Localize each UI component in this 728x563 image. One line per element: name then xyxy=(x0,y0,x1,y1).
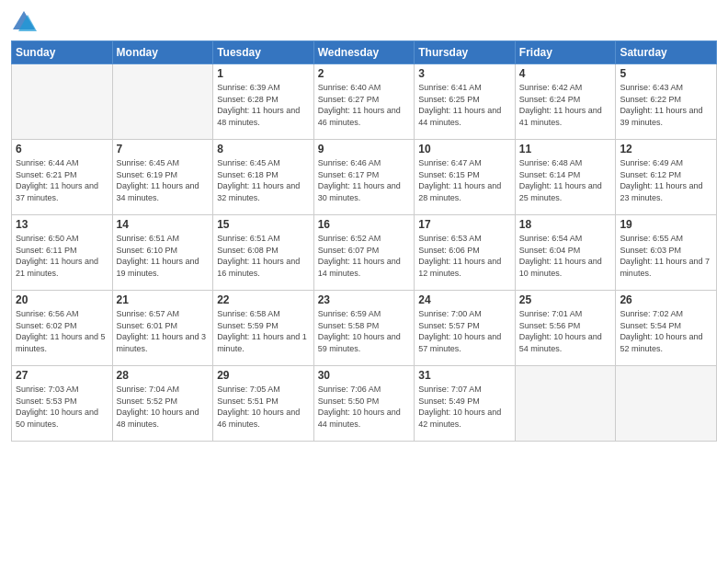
day-number: 23 xyxy=(318,293,411,306)
calendar-cell: 8Sunrise: 6:45 AM Sunset: 6:18 PM Daylig… xyxy=(213,140,314,215)
day-number: 19 xyxy=(620,218,712,231)
day-number: 5 xyxy=(620,67,712,80)
logo-icon xyxy=(11,9,37,35)
calendar-header-saturday: Saturday xyxy=(616,41,717,64)
day-info: Sunrise: 6:54 AM Sunset: 6:04 PM Dayligh… xyxy=(519,233,612,279)
calendar-cell: 9Sunrise: 6:46 AM Sunset: 6:17 PM Daylig… xyxy=(313,140,415,215)
day-number: 22 xyxy=(217,293,310,306)
day-info: Sunrise: 6:49 AM Sunset: 6:12 PM Dayligh… xyxy=(620,157,712,203)
day-number: 20 xyxy=(16,293,108,306)
day-info: Sunrise: 6:50 AM Sunset: 6:11 PM Dayligh… xyxy=(16,233,108,279)
calendar-cell: 15Sunrise: 6:51 AM Sunset: 6:08 PM Dayli… xyxy=(213,215,314,291)
calendar-cell: 21Sunrise: 6:57 AM Sunset: 6:01 PM Dayli… xyxy=(112,291,213,366)
calendar-cell: 7Sunrise: 6:45 AM Sunset: 6:19 PM Daylig… xyxy=(112,140,213,215)
day-info: Sunrise: 6:45 AM Sunset: 6:19 PM Dayligh… xyxy=(117,157,210,203)
calendar-cell: 2Sunrise: 6:40 AM Sunset: 6:27 PM Daylig… xyxy=(313,64,415,140)
calendar-cell xyxy=(12,64,113,140)
day-number: 13 xyxy=(16,218,108,231)
day-number: 30 xyxy=(318,369,411,382)
calendar-cell: 14Sunrise: 6:51 AM Sunset: 6:10 PM Dayli… xyxy=(112,215,213,291)
calendar-header-sunday: Sunday xyxy=(12,41,113,64)
day-info: Sunrise: 6:51 AM Sunset: 6:08 PM Dayligh… xyxy=(217,233,310,279)
calendar-cell: 24Sunrise: 7:00 AM Sunset: 5:57 PM Dayli… xyxy=(415,291,516,366)
day-info: Sunrise: 6:47 AM Sunset: 6:15 PM Dayligh… xyxy=(418,157,511,203)
calendar-cell: 10Sunrise: 6:47 AM Sunset: 6:15 PM Dayli… xyxy=(415,140,516,215)
day-number: 7 xyxy=(117,143,210,155)
day-info: Sunrise: 6:59 AM Sunset: 5:58 PM Dayligh… xyxy=(318,308,411,354)
day-number: 12 xyxy=(620,143,712,155)
calendar-cell: 18Sunrise: 6:54 AM Sunset: 6:04 PM Dayli… xyxy=(515,215,616,291)
day-number: 3 xyxy=(418,67,511,80)
day-info: Sunrise: 6:45 AM Sunset: 6:18 PM Dayligh… xyxy=(217,157,310,203)
calendar-cell: 28Sunrise: 7:04 AM Sunset: 5:52 PM Dayli… xyxy=(112,366,213,442)
day-number: 24 xyxy=(418,293,511,306)
calendar-cell xyxy=(112,64,213,140)
page-container: SundayMondayTuesdayWednesdayThursdayFrid… xyxy=(0,0,728,563)
calendar-cell xyxy=(616,366,717,442)
day-number: 9 xyxy=(318,143,411,155)
calendar-cell: 23Sunrise: 6:59 AM Sunset: 5:58 PM Dayli… xyxy=(313,291,415,366)
calendar-cell: 26Sunrise: 7:02 AM Sunset: 5:54 PM Dayli… xyxy=(616,291,717,366)
calendar-week-1: 1Sunrise: 6:39 AM Sunset: 6:28 PM Daylig… xyxy=(12,64,717,140)
calendar-cell: 16Sunrise: 6:52 AM Sunset: 6:07 PM Dayli… xyxy=(313,215,415,291)
calendar-table: SundayMondayTuesdayWednesdayThursdayFrid… xyxy=(11,40,717,442)
header xyxy=(11,9,717,35)
day-number: 29 xyxy=(217,369,310,382)
day-number: 2 xyxy=(318,67,411,80)
day-info: Sunrise: 7:02 AM Sunset: 5:54 PM Dayligh… xyxy=(620,308,712,354)
day-number: 25 xyxy=(519,293,612,306)
calendar-header-monday: Monday xyxy=(112,41,213,64)
calendar-cell: 5Sunrise: 6:43 AM Sunset: 6:22 PM Daylig… xyxy=(616,64,717,140)
day-number: 11 xyxy=(519,143,612,155)
calendar-cell: 20Sunrise: 6:56 AM Sunset: 6:02 PM Dayli… xyxy=(12,291,113,366)
day-info: Sunrise: 7:06 AM Sunset: 5:50 PM Dayligh… xyxy=(318,384,411,430)
calendar-cell: 25Sunrise: 7:01 AM Sunset: 5:56 PM Dayli… xyxy=(515,291,616,366)
calendar-cell: 13Sunrise: 6:50 AM Sunset: 6:11 PM Dayli… xyxy=(12,215,113,291)
day-info: Sunrise: 6:58 AM Sunset: 5:59 PM Dayligh… xyxy=(217,308,310,354)
day-number: 18 xyxy=(519,218,612,231)
day-number: 15 xyxy=(217,218,310,231)
logo xyxy=(11,9,40,35)
day-number: 1 xyxy=(217,67,310,80)
calendar-cell: 6Sunrise: 6:44 AM Sunset: 6:21 PM Daylig… xyxy=(12,140,113,215)
day-info: Sunrise: 7:04 AM Sunset: 5:52 PM Dayligh… xyxy=(117,384,210,430)
day-info: Sunrise: 6:42 AM Sunset: 6:24 PM Dayligh… xyxy=(519,82,612,128)
day-info: Sunrise: 6:39 AM Sunset: 6:28 PM Dayligh… xyxy=(217,82,310,128)
day-info: Sunrise: 6:57 AM Sunset: 6:01 PM Dayligh… xyxy=(117,308,210,354)
day-number: 28 xyxy=(117,369,210,382)
calendar-cell: 31Sunrise: 7:07 AM Sunset: 5:49 PM Dayli… xyxy=(415,366,516,442)
calendar-week-5: 27Sunrise: 7:03 AM Sunset: 5:53 PM Dayli… xyxy=(12,366,717,442)
day-info: Sunrise: 6:52 AM Sunset: 6:07 PM Dayligh… xyxy=(318,233,411,279)
day-info: Sunrise: 6:46 AM Sunset: 6:17 PM Dayligh… xyxy=(318,157,411,203)
calendar-cell: 19Sunrise: 6:55 AM Sunset: 6:03 PM Dayli… xyxy=(616,215,717,291)
calendar-header-wednesday: Wednesday xyxy=(313,41,415,64)
day-number: 27 xyxy=(16,369,108,382)
day-number: 17 xyxy=(418,218,511,231)
day-info: Sunrise: 6:55 AM Sunset: 6:03 PM Dayligh… xyxy=(620,233,712,279)
day-info: Sunrise: 6:41 AM Sunset: 6:25 PM Dayligh… xyxy=(418,82,511,128)
day-info: Sunrise: 6:48 AM Sunset: 6:14 PM Dayligh… xyxy=(519,157,612,203)
day-info: Sunrise: 6:56 AM Sunset: 6:02 PM Dayligh… xyxy=(16,308,108,354)
day-number: 16 xyxy=(318,218,411,231)
calendar-cell: 11Sunrise: 6:48 AM Sunset: 6:14 PM Dayli… xyxy=(515,140,616,215)
day-info: Sunrise: 6:51 AM Sunset: 6:10 PM Dayligh… xyxy=(117,233,210,279)
calendar-cell: 12Sunrise: 6:49 AM Sunset: 6:12 PM Dayli… xyxy=(616,140,717,215)
calendar-cell: 17Sunrise: 6:53 AM Sunset: 6:06 PM Dayli… xyxy=(415,215,516,291)
day-info: Sunrise: 6:53 AM Sunset: 6:06 PM Dayligh… xyxy=(418,233,511,279)
day-info: Sunrise: 7:01 AM Sunset: 5:56 PM Dayligh… xyxy=(519,308,612,354)
day-info: Sunrise: 7:03 AM Sunset: 5:53 PM Dayligh… xyxy=(16,384,108,430)
calendar-header-tuesday: Tuesday xyxy=(213,41,314,64)
day-info: Sunrise: 7:00 AM Sunset: 5:57 PM Dayligh… xyxy=(418,308,511,354)
calendar-cell xyxy=(515,366,616,442)
day-number: 6 xyxy=(16,143,108,155)
calendar-cell: 22Sunrise: 6:58 AM Sunset: 5:59 PM Dayli… xyxy=(213,291,314,366)
day-info: Sunrise: 7:07 AM Sunset: 5:49 PM Dayligh… xyxy=(418,384,511,430)
calendar-week-2: 6Sunrise: 6:44 AM Sunset: 6:21 PM Daylig… xyxy=(12,140,717,215)
day-info: Sunrise: 6:43 AM Sunset: 6:22 PM Dayligh… xyxy=(620,82,712,128)
day-info: Sunrise: 6:44 AM Sunset: 6:21 PM Dayligh… xyxy=(16,157,108,203)
calendar-week-3: 13Sunrise: 6:50 AM Sunset: 6:11 PM Dayli… xyxy=(12,215,717,291)
calendar-header-friday: Friday xyxy=(515,41,616,64)
calendar-header-row: SundayMondayTuesdayWednesdayThursdayFrid… xyxy=(12,41,717,64)
day-number: 10 xyxy=(418,143,511,155)
day-number: 31 xyxy=(418,369,511,382)
